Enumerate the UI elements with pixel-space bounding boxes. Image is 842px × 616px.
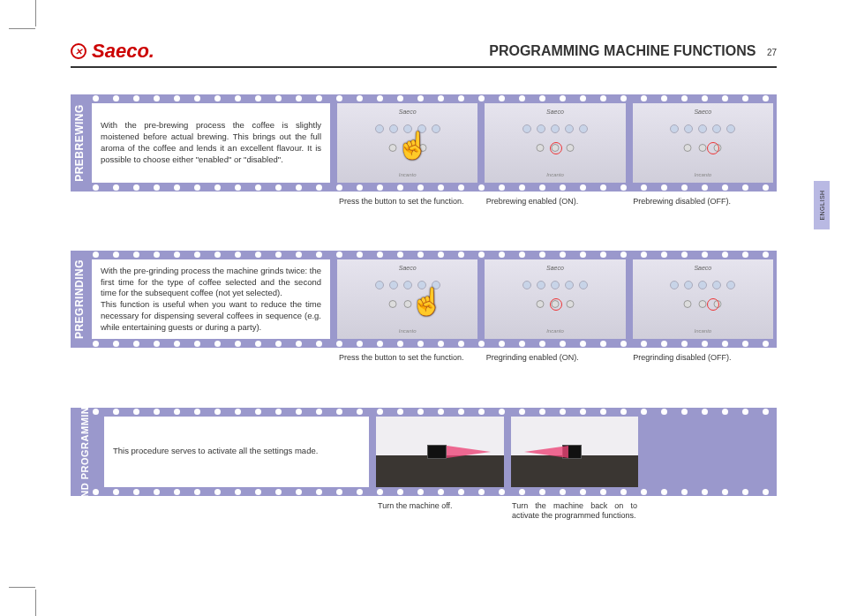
film-strip-dots <box>88 489 777 495</box>
brand-logo-text: Saeco <box>92 40 149 63</box>
step-image-enabled: Saeco Incanto <box>485 103 625 183</box>
brand-logo: ✕ Saeco. <box>71 40 154 63</box>
caption: Turn the machine off. <box>374 500 508 522</box>
step-image-turn-on <box>511 417 639 487</box>
film-strip-dots <box>88 341 777 347</box>
section-description: With the pre-brewing process the coffee … <box>92 103 330 183</box>
caption: Pregrinding enabled (ON). <box>483 351 630 363</box>
step-image-press-button: Saeco Incanto ☝ <box>337 259 477 339</box>
arrow-right-icon <box>447 446 491 458</box>
step-image-enabled: Saeco Incanto <box>485 259 625 339</box>
language-tab-label: ENGLISH <box>819 190 825 220</box>
caption: Pregrinding disabled (OFF). <box>629 351 777 363</box>
language-tab: ENGLISH <box>814 181 830 229</box>
caption: Press the button to set the function. <box>335 195 483 207</box>
caption: Turn the machine back on to activate the… <box>508 500 643 522</box>
section-pregrinding: PREGRINDING With the pre-grinding proces… <box>71 251 777 363</box>
hand-pointer-icon: ☝ <box>410 286 443 317</box>
step-image-turn-off <box>376 417 504 487</box>
section-end-programming: END PROGRAMMING This procedure serves to… <box>71 408 777 522</box>
cropmark <box>9 587 35 588</box>
film-strip-dots <box>88 252 777 258</box>
captions-row: Press the button to set the function. Pr… <box>71 351 777 363</box>
section-side-label: END PROGRAMMING <box>71 408 101 496</box>
hand-pointer-icon: ☝ <box>396 130 429 161</box>
film-strip-dots <box>88 95 777 101</box>
arrow-left-icon <box>524 446 568 458</box>
step-image-press-button: Saeco Incanto ☝ <box>337 103 477 183</box>
film-strip-dots <box>88 184 777 191</box>
caption: Press the button to set the function. <box>335 351 483 363</box>
film-strip-dots <box>88 409 777 415</box>
cropmark <box>35 590 36 616</box>
empty-cell <box>645 417 773 487</box>
section-side-label: PREGRINDING <box>71 251 88 348</box>
section-label-text: END PROGRAMMING <box>79 399 91 505</box>
section-side-label: PREBREWING <box>71 94 88 192</box>
page-number: 27 <box>767 48 777 57</box>
highlight-circle-icon <box>550 142 562 154</box>
cropmark <box>35 0 36 26</box>
brand-logo-icon: ✕ <box>71 43 86 59</box>
cropmark <box>9 28 35 29</box>
section-description: With the pre-grinding process the machin… <box>92 259 330 339</box>
section-prebrewing: PREBREWING With the pre-brewing process … <box>71 94 777 207</box>
caption: Prebrewing enabled (ON). <box>483 195 630 207</box>
captions-row: Press the button to set the function. Pr… <box>71 195 777 207</box>
highlight-circle-icon <box>550 298 562 311</box>
section-description: This procedure serves to activate all th… <box>104 417 369 487</box>
caption-empty <box>643 500 777 522</box>
page-title: PROGRAMMING MACHINE FUNCTIONS <box>489 43 756 58</box>
step-image-disabled: Saeco Incanto <box>633 103 773 183</box>
section-label-text: PREGRINDING <box>73 259 86 339</box>
highlight-circle-icon <box>707 298 719 311</box>
caption: Prebrewing disabled (OFF). <box>629 195 777 207</box>
page-header: ✕ Saeco. PROGRAMMING MACHINE FUNCTIONS 2… <box>71 40 777 68</box>
power-switch-icon <box>427 445 447 459</box>
section-label-text: PREBREWING <box>73 104 86 182</box>
step-image-disabled: Saeco Incanto <box>633 259 773 339</box>
highlight-circle-icon <box>707 142 719 154</box>
captions-row: Turn the machine off. Turn the machine b… <box>71 500 777 522</box>
page-title-group: PROGRAMMING MACHINE FUNCTIONS 27 <box>489 43 777 59</box>
